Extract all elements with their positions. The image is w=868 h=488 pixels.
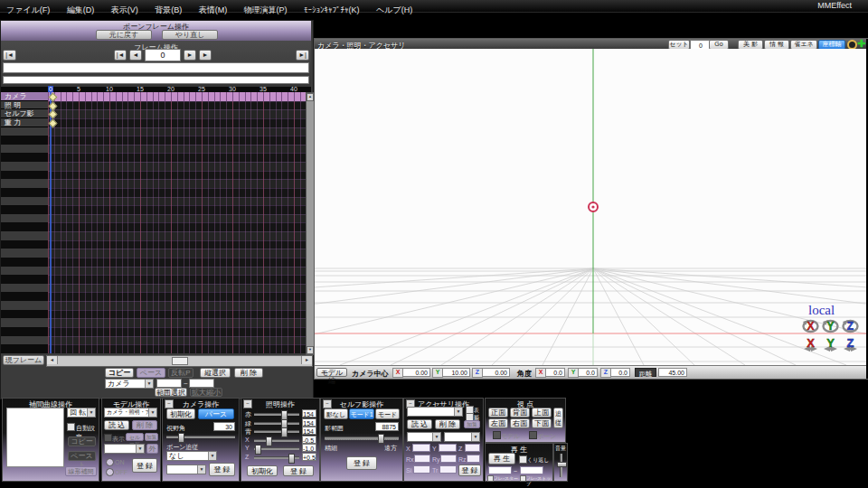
menu-item-help[interactable]: ヘルプ(H) — [370, 5, 419, 16]
rotate-y-icon[interactable]: Y — [821, 317, 840, 334]
acc-y-input[interactable] — [439, 444, 457, 452]
view-front-button[interactable]: 正面 — [488, 408, 508, 418]
acc-tr-input[interactable] — [439, 465, 457, 474]
model-edit-toggle[interactable]: モデル編 — [316, 368, 347, 377]
light-b-value[interactable]: 154 — [302, 427, 316, 435]
view-bottom-button[interactable]: 下面 — [532, 418, 552, 428]
fov-slider[interactable] — [166, 436, 235, 438]
accessory-register-button[interactable]: 登 録 — [458, 465, 481, 476]
light-init-button[interactable]: 初期化 — [247, 465, 278, 476]
track-label-camera[interactable]: カメラ — [1, 92, 48, 101]
view-right-button[interactable]: 右面 — [510, 418, 530, 428]
slider-thumb[interactable] — [378, 434, 384, 444]
shadow-range-slider[interactable] — [325, 436, 399, 440]
menu-item-facial[interactable]: 表情(M) — [193, 5, 234, 16]
physics-off-radio[interactable] — [106, 468, 114, 476]
paste-button[interactable]: ペースト — [137, 368, 165, 378]
model-additive-button[interactable]: 加算 — [145, 433, 158, 441]
view-model-checkbox[interactable] — [493, 431, 501, 439]
light-x-slider[interactable] — [254, 439, 299, 442]
scroll-up-icon[interactable]: ▲ — [307, 93, 314, 101]
list-strip-1[interactable] — [3, 62, 309, 73]
light-x-value[interactable]: -0.5 — [302, 436, 316, 444]
repeat-checkbox[interactable] — [519, 455, 527, 464]
physics-on-radio[interactable] — [106, 458, 114, 466]
current-frame-button[interactable]: 現フレーム — [3, 355, 44, 365]
interp-curve-editor[interactable] — [6, 408, 64, 467]
interp-copy-button[interactable]: コピー — [68, 436, 96, 446]
scroll-left-icon[interactable]: ◄ — [47, 356, 58, 364]
acc-si-input[interactable] — [413, 465, 430, 474]
scrollbar-thumb[interactable] — [172, 357, 188, 365]
model-delete-button[interactable]: 削 除 — [132, 420, 157, 430]
rotate-z-icon[interactable]: Z — [841, 317, 860, 334]
redo-button[interactable]: やり直し — [162, 30, 218, 40]
viewport-canvas[interactable]: local X Y Z X Y — [315, 49, 866, 365]
light-z-slider[interactable] — [254, 456, 299, 459]
frame-back5-button[interactable]: |◄ — [114, 50, 127, 61]
camera-init-button[interactable]: 初期化 — [166, 408, 195, 419]
slider-thumb[interactable] — [288, 454, 295, 464]
shadow-register-button[interactable]: 登 録 — [346, 456, 377, 470]
angle-z-value[interactable]: 0.0 — [610, 368, 630, 377]
delete-button[interactable]: 削 除 — [234, 368, 263, 378]
frame-first-button[interactable]: |◄ — [3, 50, 16, 61]
scale-button[interactable]: 拡大縮小 — [190, 388, 222, 397]
angle-y-value[interactable]: 0.0 — [578, 368, 598, 377]
light-b-slider[interactable] — [254, 430, 299, 433]
acc-rz-input[interactable] — [467, 455, 480, 463]
distance-value[interactable]: 45.00 — [658, 368, 687, 377]
accessory-load-button[interactable]: 読 込 — [407, 419, 432, 429]
acc-z-input[interactable] — [465, 444, 480, 452]
frame-next-button[interactable]: ► — [184, 50, 196, 61]
acc-x-input[interactable] — [412, 444, 430, 452]
keyframe-grid[interactable] — [48, 92, 306, 353]
track-label-self-shadow[interactable]: セルフ影 — [1, 109, 48, 118]
list-strip-2[interactable] — [3, 76, 309, 84]
frame-number-input[interactable] — [145, 49, 181, 61]
play-button[interactable]: 再 生 — [488, 453, 515, 465]
menu-item-file[interactable]: ファイル(F) — [0, 5, 56, 16]
menu-item-physics[interactable]: 物理演算(P) — [238, 5, 294, 16]
flip-paste-button[interactable]: 反転P — [168, 368, 193, 378]
copy-button[interactable]: コピー — [105, 368, 134, 378]
camera-register-button[interactable]: 登 録 — [209, 463, 235, 476]
slider-thumb[interactable] — [178, 433, 184, 443]
scroll-right-icon[interactable]: ► — [301, 356, 312, 364]
shadow-mode2-button[interactable]: モード2 — [375, 408, 400, 419]
view-bone-checkbox[interactable] — [529, 431, 537, 439]
play-end-input[interactable] — [520, 466, 543, 474]
accessory-delete-button[interactable]: 削 除 — [435, 419, 460, 429]
view-top-button[interactable]: 上面 — [532, 408, 552, 418]
frame-fwd5-button[interactable]: ► — [199, 50, 212, 61]
accessory-parent-bone-dropdown[interactable]: ▼ — [444, 432, 480, 442]
frame-last-button[interactable]: ►| — [296, 50, 309, 61]
accessory-parent-model-dropdown[interactable]: ▼ — [407, 432, 441, 442]
volume-slider[interactable] — [560, 454, 562, 477]
angle-x-value[interactable]: 0.0 — [545, 368, 565, 377]
model-show-checkbox[interactable] — [104, 434, 112, 442]
light-register-button[interactable]: 登 録 — [283, 465, 314, 476]
linear-interp-button[interactable]: 線形補間 — [65, 466, 97, 476]
light-g-slider[interactable] — [254, 422, 299, 425]
menu-item-mmeffect[interactable]: MMEffect — [817, 0, 852, 12]
move-y-icon[interactable]: Y — [821, 336, 840, 353]
track-select-dropdown[interactable]: カメラ ▼ — [105, 379, 154, 389]
camera-center-z-value[interactable]: 0.00 — [482, 368, 510, 377]
view-back-button[interactable]: 背面 — [510, 408, 530, 418]
accessory-select-dropdown[interactable]: ▼ — [407, 407, 463, 417]
frame-start-checkbox[interactable] — [487, 475, 494, 482]
interp-paste-button[interactable]: ペースト — [68, 451, 96, 461]
light-r-value[interactable]: 154 — [302, 409, 316, 418]
frame-prev-button[interactable]: ◄ — [129, 50, 142, 61]
shadow-range-value[interactable]: 8875 — [375, 422, 399, 431]
model-load-button[interactable]: 読 込 — [104, 420, 129, 430]
timeline-horizontal-scrollbar[interactable]: ◄ ► — [46, 355, 313, 367]
model-self-shadow-button[interactable]: セルフ影 — [126, 433, 144, 441]
light-z-value[interactable]: +0.5 — [302, 453, 316, 461]
light-r-slider[interactable] — [254, 413, 299, 416]
slider-thumb[interactable] — [557, 462, 567, 467]
track-label-gravity[interactable]: 重 力 — [1, 118, 48, 127]
range-start-input[interactable] — [156, 379, 182, 388]
perspective-toggle[interactable]: パース — [198, 408, 234, 419]
